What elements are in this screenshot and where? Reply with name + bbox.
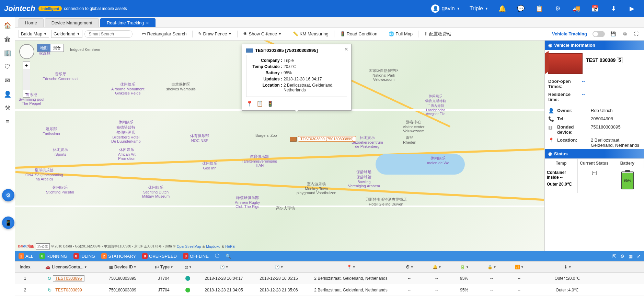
cell-time1: 2018-12-28 16:04:17 [196,276,251,281]
close-icon[interactable]: ✕ [146,21,149,25]
attrib-link[interactable]: Mapboxo [206,245,220,248]
license-link[interactable]: TEST0303899 [53,287,84,293]
logo: Jointech [4,4,35,13]
panel-header-vehicle[interactable]: ◉Vehicle Information [545,41,644,50]
map-poi: 休闲娱乐 Airborne Monument Ginkelse Heide [111,82,145,95]
expand-icon[interactable]: ⤢ [637,254,641,259]
road-condition-button[interactable]: 🚦Road Condition [338,30,380,38]
km-measure-button[interactable]: 📏KM Measuring [291,30,331,38]
bell-icon[interactable]: 🔔 [494,0,510,17]
show-gfence-button[interactable]: 👁Show G-fence▼ [241,30,284,38]
popout-icon[interactable]: ⧉ [621,30,629,38]
truck-icon[interactable]: 🚚 [568,0,584,17]
map-canvas[interactable]: 地图 混合 + − 家森林 Indgoed Kernhem 音乐厅 Edesch… [15,41,544,251]
export-icon[interactable]: ⇱ [612,254,616,259]
user-menu[interactable]: 👤 gavin ▼ [428,3,463,14]
video-icon[interactable]: ▶ [624,0,640,17]
col-speed[interactable]: ⏱▾ [395,265,423,269]
col-location[interactable]: 📍▾ [306,265,395,269]
list-icon[interactable]: 📋 [256,100,263,107]
draw-fence-button[interactable]: ✎Draw Fence▼ [196,30,234,38]
col-time2[interactable]: 🕐▾ [251,265,306,269]
table-row[interactable]: 1 ↻TEST0303895 750180303895 JT704 2018-1… [15,273,644,284]
col-signal[interactable]: 📶▾ [505,265,533,269]
door-open-row: Door-open Times:-- [545,77,644,90]
toll-icon: ⇧ [424,31,428,36]
map-pan-control[interactable] [19,44,34,59]
tab-realtime[interactable]: Real-time Tracking✕ [100,18,156,27]
search-input[interactable] [84,30,133,38]
phone-floating-icon[interactable]: 📱 [2,217,14,229]
col-time1[interactable]: 🕐▾ [196,265,251,269]
panel-header-status[interactable]: ◉Status [545,149,644,158]
col-license[interactable]: 🚗License/Conta...▾ [35,265,97,269]
org-menu[interactable]: Triple ▼ [466,4,492,13]
col-temp[interactable]: 🌡▾ [533,265,601,269]
cell: -- [478,276,505,281]
device-table: Index 🚗License/Conta...▾ ▥Device ID▾ 🏷Ty… [15,261,644,299]
tab-device-mgmt[interactable]: Device Management [45,18,99,27]
full-map-button[interactable]: 🌐Full Map [387,30,415,38]
col-type[interactable]: 🏷Type▾ [148,265,179,269]
zoom-slider[interactable] [23,69,30,90]
cog-floating-icon[interactable]: ⚙ [2,189,14,201]
attrib-link[interactable]: HERE [225,245,235,248]
region-select[interactable]: Gelderland▼ [51,30,82,38]
route-icon[interactable]: 🛣 [1,33,14,45]
filter-all[interactable]: 2ALL [19,253,33,259]
map-type-map[interactable]: 地图 [37,44,50,52]
filter-overspeed[interactable]: 0OVERSPEED [142,253,177,259]
map-attribution: Baidu地图 25公里 © 2018 Baidu - GS(2016)2089… [18,243,235,250]
target-icon: ◎ [185,265,188,269]
col-index[interactable]: Index [15,265,35,269]
map-poi: 体育俱乐部 NOC NSF [190,133,209,143]
popup-key: Company : [249,58,284,63]
gear-icon[interactable]: ⚙ [620,254,624,259]
map-provider-select[interactable]: Baidu Map▼ [19,30,49,38]
status-dot-icon [185,276,190,281]
schedule-icon[interactable]: 📅 [587,0,603,17]
close-icon[interactable]: ✕ [344,46,348,52]
filter-running[interactable]: 0RUNNING [39,253,67,259]
col-alarm[interactable]: 🔔▾ [423,265,450,269]
save-icon[interactable]: 💾 [608,30,618,38]
filter-idling[interactable]: 0IDLING [73,253,95,259]
license-link[interactable]: TEST0303895 [53,275,84,281]
search-icon[interactable]: 🔍 [226,254,231,259]
col-lock[interactable]: 🔒▾ [478,265,505,269]
col-device-id[interactable]: ▥Device ID▾ [97,265,148,269]
info-icon[interactable]: ⓘ [215,253,219,259]
fullscreen-icon[interactable]: ⛶ [632,30,641,38]
attrib-link[interactable]: OpenStreetMap [177,245,201,248]
map-type-hybrid[interactable]: 混合 [50,44,64,52]
download-icon[interactable]: ⬇ [606,0,621,17]
mail-icon[interactable]: ✉ [1,74,14,87]
refresh-icon[interactable]: ↻ [48,287,52,293]
grid-icon[interactable]: ▦ [629,254,633,259]
table-row[interactable]: 2 ↻TEST0303899 750180303899 JT704 2018-1… [15,284,644,296]
rect-search-button[interactable]: ▭Rectangular Search [140,30,189,38]
toll-config-button[interactable]: ⇧配置收费站 [422,30,453,38]
chat-icon[interactable]: 💬 [513,0,529,17]
device-marker[interactable]: TEST0303899 (750180303899) [290,137,297,142]
location-icon[interactable]: 📍 [246,100,253,107]
tab-home[interactable]: Home [19,18,44,27]
filter-offline[interactable]: 0OFFLINE [183,253,209,259]
col-status[interactable]: ◎▾ [179,265,196,269]
refresh-icon[interactable]: ↻ [47,276,51,281]
col-battery[interactable]: 🔋▾ [450,265,478,269]
popup-key: Location : [249,83,284,92]
map-toolbar: Baidu Map▼ Gelderland▼ ▭Rectangular Sear… [15,27,644,41]
layers-icon[interactable]: ≡ [1,115,14,128]
traffic-icon[interactable]: 🚦 [267,100,274,107]
tracking-toggle[interactable] [593,31,605,37]
shield-icon[interactable]: 🛡 [1,60,14,73]
calendar-icon[interactable]: 📋 [531,0,547,17]
gear-icon[interactable]: ⚙ [550,0,566,17]
user-icon[interactable]: 👤 [1,88,14,100]
filter-stationary[interactable]: 2STATIONARY [101,253,136,259]
zoom-in-button[interactable]: + [23,62,30,69]
home-icon[interactable]: 🏠 [1,19,14,32]
building-icon[interactable]: 🏢 [1,47,14,59]
settings-icon[interactable]: ⚒ [1,102,14,114]
